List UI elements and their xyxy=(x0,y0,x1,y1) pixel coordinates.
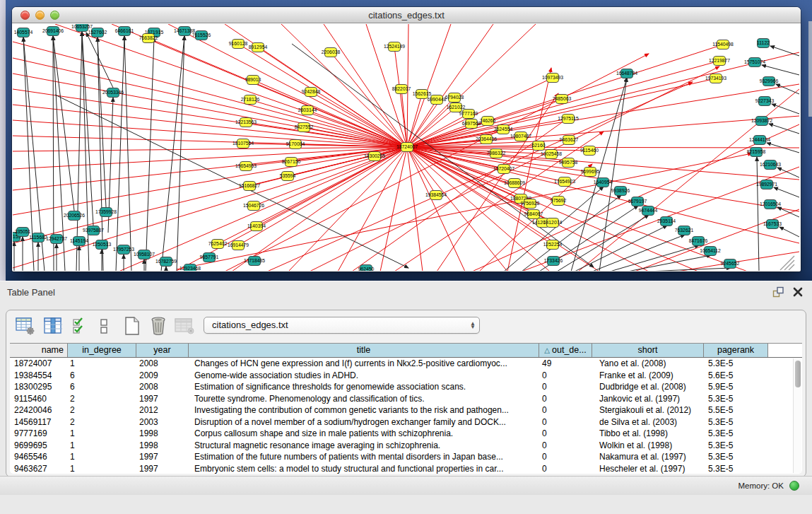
delete-columns-icon[interactable] xyxy=(148,316,169,336)
graph-node[interactable]: 6794028 xyxy=(445,93,464,103)
delete-table-icon[interactable] xyxy=(174,316,195,336)
column-header-title[interactable]: title xyxy=(189,344,539,357)
graph-node[interactable]: 20053346 xyxy=(102,88,124,98)
graph-node[interactable]: 19384554 xyxy=(425,191,447,200)
graph-node[interactable]: 9245652 xyxy=(721,259,740,269)
zoom-button[interactable] xyxy=(50,11,59,20)
table-row[interactable]: 911546021997Tourette syndrome. Phenomeno… xyxy=(10,393,802,405)
graph-node[interactable]: 9242848 xyxy=(302,88,321,97)
column-header-name[interactable]: name xyxy=(10,344,68,357)
graph-node[interactable]: 13718485 xyxy=(244,257,265,266)
graph-node[interactable]: 12975115 xyxy=(558,115,579,124)
graph-node[interactable]: 7615526 xyxy=(192,31,211,40)
graph-node[interactable]: 93975887 xyxy=(83,226,104,235)
graph-node[interactable]: 9857791 xyxy=(200,253,219,262)
graph-node[interactable]: 15046726 xyxy=(243,201,264,211)
graph-node[interactable]: 19734193 xyxy=(705,74,726,83)
graph-node[interactable]: 12219877 xyxy=(709,57,730,66)
graph-node[interactable]: 12942737 xyxy=(46,235,67,244)
close-button[interactable] xyxy=(20,11,30,20)
graph-node[interactable]: 8215958 xyxy=(747,148,766,157)
column-header-out-degree[interactable]: △out_de... xyxy=(539,344,592,357)
graph-node[interactable]: 9463627 xyxy=(560,136,579,145)
close-panel-icon[interactable] xyxy=(792,286,804,298)
graph-node[interactable]: 20364436 xyxy=(476,135,497,144)
graph-node[interactable]: 9115460 xyxy=(580,146,599,156)
new-column-icon[interactable] xyxy=(122,316,143,336)
minimize-button[interactable] xyxy=(35,11,45,20)
window-titlebar[interactable]: citations_edges.txt xyxy=(12,7,801,23)
graph-node[interactable]: 975692 xyxy=(551,197,567,206)
graph-node[interactable]: 20206526 xyxy=(64,211,85,221)
graph-node[interactable]: 535594 xyxy=(280,172,296,181)
graph-node[interactable]: 8822017 xyxy=(392,85,411,94)
graph-node[interactable]: 2718126 xyxy=(241,95,260,105)
column-header-pagerank[interactable]: pagerank xyxy=(704,344,768,357)
graph-node[interactable]: 9160128 xyxy=(229,40,248,49)
memory-indicator[interactable] xyxy=(789,481,799,491)
graph-node[interactable]: 11122 xyxy=(757,39,770,48)
select-all-columns-icon[interactable] xyxy=(69,316,90,336)
graph-node[interactable]: 1733426 xyxy=(544,257,563,266)
graph-node[interactable]: 1252254 xyxy=(543,240,563,250)
column-header-in-degree[interactable]: in_degree xyxy=(68,344,136,357)
graph-node[interactable]: 6497568 xyxy=(462,119,481,129)
graph-node[interactable]: 15720407 xyxy=(493,165,514,174)
graph-node[interactable]: 1140394 xyxy=(247,222,266,231)
graph-node[interactable]: 16782759 xyxy=(155,257,177,267)
table-row[interactable]: 1872400712008Changes of HCN gene express… xyxy=(10,358,802,370)
graph-node[interactable]: 1527602 xyxy=(88,28,107,37)
table-selector-dropdown[interactable]: citations_edges.txt ▲▼ xyxy=(204,317,480,334)
table-row[interactable]: 946554611997Estimation of the future num… xyxy=(10,451,802,463)
graph-node[interactable]: 1167533 xyxy=(763,220,782,229)
table-row[interactable]: 969969511998Structural magnetic resonanc… xyxy=(10,440,802,452)
graph-node[interactable]: 12524149 xyxy=(384,42,405,52)
resize-grip-icon[interactable] xyxy=(780,256,794,270)
graph-node[interactable]: 335051 xyxy=(15,228,31,237)
graph-node[interactable]: 2206038 xyxy=(322,48,341,57)
graph-node[interactable]: 9684067 xyxy=(524,210,543,219)
graph-node[interactable]: 18107554 xyxy=(233,139,254,148)
graph-node[interactable]: 10958107 xyxy=(134,250,155,259)
graph-node[interactable]: 7632621 xyxy=(675,226,694,235)
graph-node[interactable]: 19654953 xyxy=(235,162,257,171)
graph-node[interactable]: 1250513 xyxy=(93,240,112,250)
graph-node[interactable]: 9227343 xyxy=(755,97,775,106)
graph-node[interactable]: 10025458 xyxy=(541,150,562,159)
table-row[interactable]: 1938455462009Genome-wide association stu… xyxy=(10,370,802,382)
clear-column-selection-icon[interactable] xyxy=(93,316,114,336)
table-row[interactable]: 2242004622012Investigating the contribut… xyxy=(10,404,802,416)
graph-node[interactable]: 15166827 xyxy=(239,182,260,191)
graph-node[interactable]: 2803144 xyxy=(298,106,317,115)
scrollbar-thumb[interactable] xyxy=(795,361,801,387)
graph-node[interactable]: 9329966 xyxy=(760,77,779,86)
graph-node[interactable]: 11540498 xyxy=(712,40,734,49)
table-row[interactable]: 977716911998Corpus callosum shape and si… xyxy=(10,428,802,440)
column-header-short[interactable]: short xyxy=(592,344,704,357)
graph-node[interactable]: 6990448 xyxy=(428,95,447,105)
graph-node[interactable]: 17957253 xyxy=(113,245,134,255)
graph-node[interactable]: 7625402 xyxy=(208,240,228,249)
graph-node[interactable]: 1145194 xyxy=(70,237,88,246)
graph-node[interactable]: 1405574 xyxy=(14,28,33,37)
graph-node[interactable]: 962450 xyxy=(358,265,375,271)
graph-node[interactable]: 12213563 xyxy=(235,118,257,127)
graph-node[interactable]: 989013 xyxy=(245,76,261,85)
graph-node[interactable]: 10654112 xyxy=(700,247,721,256)
graph-node[interactable]: 8471676 xyxy=(689,237,708,246)
column-header-year[interactable]: year xyxy=(136,344,189,357)
graph-node[interactable]: 6466161 xyxy=(115,27,134,36)
graph-node[interactable]: 16914479 xyxy=(228,241,249,250)
float-panel-icon[interactable] xyxy=(772,286,784,298)
show-columns-icon[interactable] xyxy=(42,316,64,336)
graph-node[interactable]: 7663822 xyxy=(139,34,158,43)
network-graph[interactable]: 1405574206914061065325715276026466161107… xyxy=(13,24,800,271)
graph-node[interactable]: 2935114 xyxy=(657,217,676,226)
graph-node[interactable]: 746266 xyxy=(480,117,496,126)
table-scrollbar[interactable] xyxy=(793,358,801,473)
graph-node[interactable]: 9938926 xyxy=(611,187,630,196)
graph-node[interactable]: 9699695 xyxy=(581,168,600,177)
graph-node[interactable]: 20691406 xyxy=(42,27,64,36)
graph-node[interactable]: 8267150 xyxy=(282,158,301,167)
table-settings-icon[interactable] xyxy=(15,316,36,336)
